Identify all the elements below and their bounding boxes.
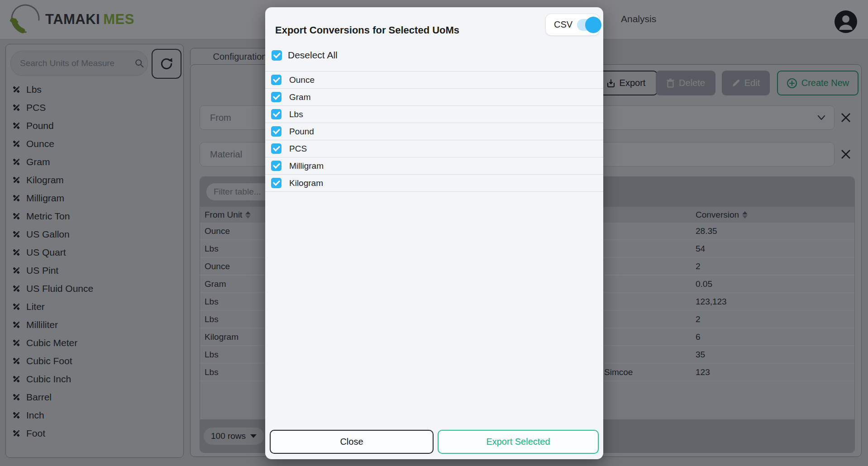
csv-toggle[interactable] — [577, 19, 601, 31]
uom-option-row: Kilogram — [265, 175, 603, 192]
app-root: TAMAKIMES Analysis — [0, 0, 868, 466]
uom-option-row: Lbs — [265, 106, 603, 123]
modal-title: Export Conversions for Selected UoMs — [275, 24, 459, 36]
option-checkbox[interactable] — [271, 126, 281, 137]
option-label: Kilogram — [289, 178, 323, 188]
close-button[interactable]: Close — [270, 430, 434, 454]
uom-option-row: PCS — [265, 140, 603, 157]
uom-option-list: Ounce Gram Lbs Pound PCS Milligram Kilog… — [265, 71, 603, 192]
option-checkbox[interactable] — [271, 75, 281, 85]
uom-option-row: Pound — [265, 123, 603, 140]
deselect-all-label: Deselect All — [288, 50, 338, 61]
export-selected-button[interactable]: Export Selected — [438, 430, 599, 454]
option-label: Ounce — [289, 75, 315, 85]
option-checkbox[interactable] — [271, 109, 281, 119]
format-label: CSV — [554, 19, 572, 30]
option-label: Pound — [289, 127, 314, 137]
option-label: Lbs — [289, 109, 303, 119]
option-checkbox[interactable] — [271, 161, 281, 171]
format-toggle-box: CSV — [545, 14, 600, 36]
deselect-all-row: Deselect All — [272, 50, 338, 61]
uom-option-row: Ounce — [265, 71, 603, 89]
deselect-all-checkbox[interactable] — [272, 50, 282, 61]
option-label: Milligram — [289, 161, 324, 171]
option-label: Gram — [289, 92, 311, 102]
toggle-knob — [585, 17, 601, 33]
option-checkbox[interactable] — [271, 143, 281, 154]
uom-option-row: Gram — [265, 89, 603, 106]
uom-option-row: Milligram — [265, 157, 603, 175]
export-conversions-modal: Export Conversions for Selected UoMs CSV… — [265, 7, 603, 459]
option-checkbox[interactable] — [271, 92, 281, 102]
option-checkbox[interactable] — [271, 178, 281, 188]
option-label: PCS — [289, 144, 307, 154]
